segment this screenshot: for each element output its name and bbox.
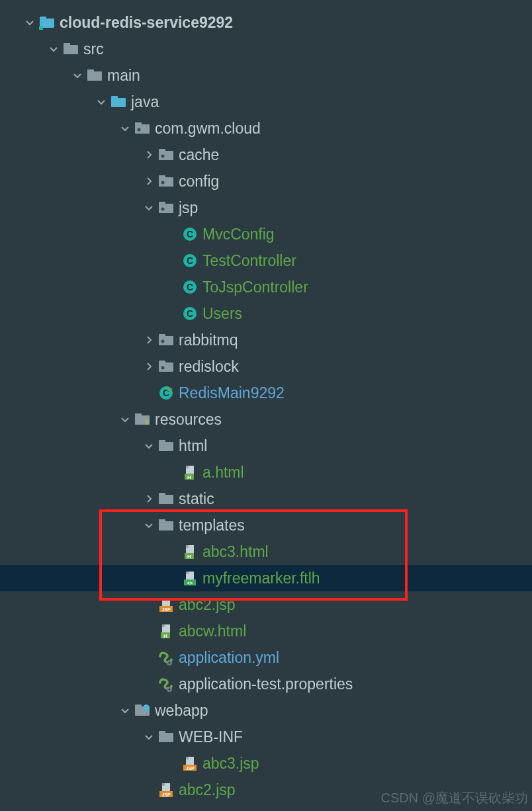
tree-row[interactable]: java	[0, 89, 532, 115]
tree-row[interactable]: webapp	[0, 697, 532, 724]
tree-row[interactable]: abc2.jsp	[0, 591, 532, 618]
yml-icon	[157, 649, 175, 666]
tree-row[interactable]: RedisMain9292	[0, 380, 532, 406]
tree-item-label: abc2.jsp	[179, 781, 236, 799]
tree-item-label: abcw.html	[179, 622, 246, 640]
tree-item-label: com.gwm.cloud	[155, 120, 261, 138]
tree-row[interactable]: rabbitmq	[0, 327, 532, 353]
tree-row[interactable]: Users	[0, 300, 532, 327]
chevron-right-icon[interactable]	[143, 149, 155, 161]
tree-row[interactable]: templates	[0, 512, 532, 538]
tree-item-label: templates	[179, 517, 245, 534]
watermark: CSDN @魔道不误砍柴功	[380, 789, 528, 807]
tree-row[interactable]: redislock	[0, 353, 532, 380]
chevron-placeholder	[167, 757, 179, 769]
tree-row[interactable]: main	[0, 62, 532, 89]
tree-row[interactable]: MvcConfig	[0, 221, 532, 247]
chevron-right-icon[interactable]	[143, 334, 155, 346]
tree-row[interactable]: cache	[0, 142, 532, 168]
chevron-placeholder	[167, 572, 179, 584]
chevron-down-icon[interactable]	[143, 731, 155, 743]
tree-row[interactable]: WEB-INF	[0, 724, 532, 750]
pkg-icon	[157, 331, 175, 349]
tree-item-label: static	[179, 490, 214, 508]
tree-row[interactable]: src	[0, 36, 532, 62]
chevron-down-icon[interactable]	[119, 704, 131, 716]
tree-item-label: RedisMain9292	[179, 384, 285, 402]
folder-blue-icon	[110, 93, 127, 110]
tree-item-label: html	[179, 437, 207, 455]
pkg-icon	[157, 146, 175, 163]
tree-item-label: ToJspController	[202, 278, 308, 296]
tree-item-label: abc3.jsp	[202, 755, 259, 773]
chevron-down-icon[interactable]	[143, 202, 155, 214]
ftl-icon	[181, 570, 199, 587]
tree-item-label: TestController	[202, 252, 296, 270]
tree-row[interactable]: html	[0, 433, 532, 459]
chevron-placeholder	[143, 652, 155, 663]
tree-row[interactable]: com.gwm.cloud	[0, 115, 532, 142]
folder-grey-icon	[157, 490, 175, 507]
folder-grey-icon	[157, 728, 175, 746]
tree-row[interactable]: config	[0, 168, 532, 194]
tree-row[interactable]: myfreemarker.ftlh	[0, 565, 532, 591]
tree-item-label: src	[83, 40, 104, 58]
tree-item-label: application.yml	[179, 649, 279, 667]
tree-row[interactable]: abc3.jsp	[0, 750, 532, 777]
chevron-down-icon[interactable]	[143, 440, 155, 452]
html-icon	[157, 622, 175, 640]
tree-row[interactable]: application.yml	[0, 644, 532, 671]
tree-item-label: WEB-INF	[179, 728, 243, 746]
resources-icon	[134, 411, 151, 428]
folder-grey-icon	[157, 437, 175, 454]
chevron-down-icon[interactable]	[119, 413, 131, 425]
class-icon	[181, 252, 199, 269]
tree-row[interactable]: application-test.properties	[0, 671, 532, 697]
chevron-down-icon[interactable]	[143, 519, 155, 531]
chevron-down-icon[interactable]	[48, 43, 60, 55]
pkg-icon	[134, 120, 151, 137]
class-icon	[181, 226, 199, 243]
tree-row[interactable]: TestController	[0, 247, 532, 274]
jsp-icon	[181, 755, 199, 772]
class-icon	[181, 305, 199, 322]
tree-item-label: MvcConfig	[202, 226, 275, 243]
chevron-placeholder	[143, 625, 155, 637]
tree-row[interactable]: abcw.html	[0, 618, 532, 644]
html-icon	[181, 464, 199, 481]
chevron-placeholder	[167, 281, 179, 293]
chevron-right-icon[interactable]	[143, 361, 155, 372]
tree-item-label: Users	[202, 305, 242, 323]
folder-grey-icon	[157, 517, 175, 534]
yml-icon	[157, 675, 175, 693]
tree-row[interactable]: resources	[0, 406, 532, 433]
chevron-right-icon[interactable]	[143, 493, 155, 505]
chevron-placeholder	[167, 228, 179, 240]
tree-item-label: config	[179, 173, 219, 191]
tree-item-label: main	[107, 67, 140, 85]
tree-row[interactable]: a.html	[0, 459, 532, 486]
chevron-placeholder	[167, 255, 179, 267]
class-icon	[181, 278, 199, 296]
tree-item-label: webapp	[155, 702, 208, 720]
chevron-placeholder	[167, 466, 179, 478]
tree-item-label: java	[131, 93, 159, 111]
tree-row[interactable]: ToJspController	[0, 274, 532, 300]
tree-item-label: application-test.properties	[179, 675, 353, 693]
tree-item-label: abc2.jsp	[179, 596, 236, 614]
tree-row[interactable]: abc3.html	[0, 538, 532, 565]
chevron-down-icon[interactable]	[71, 69, 83, 81]
tree-row[interactable]: jsp	[0, 194, 532, 221]
webapp-icon	[134, 702, 151, 719]
chevron-placeholder	[143, 678, 155, 690]
chevron-right-icon[interactable]	[143, 175, 155, 187]
tree-item-label: jsp	[179, 199, 198, 217]
tree-row[interactable]: cloud-redis-service9292	[0, 9, 532, 36]
chevron-down-icon[interactable]	[24, 17, 36, 28]
chevron-placeholder	[167, 308, 179, 320]
tree-row[interactable]: static	[0, 486, 532, 512]
pkg-icon	[157, 173, 175, 190]
project-tree[interactable]: cloud-redis-service9292srcmainjavacom.gw…	[0, 0, 532, 803]
chevron-down-icon[interactable]	[119, 122, 131, 134]
chevron-down-icon[interactable]	[95, 96, 107, 108]
